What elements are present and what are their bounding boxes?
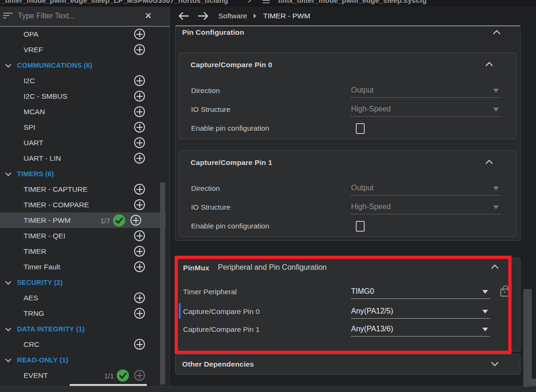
sidebar-section-security-2[interactable]: SECURITY (2)	[0, 274, 169, 290]
add-instance-button[interactable]	[134, 199, 145, 210]
collapse-chevron-up-icon[interactable]	[486, 160, 493, 167]
breadcrumb: Software TIMER - PWM	[170, 7, 536, 25]
field-label: Enable pin configuration	[191, 222, 351, 230]
add-instance-button[interactable]	[134, 44, 145, 55]
field-label: Capture/Compare Pin 1	[183, 325, 351, 334]
cc-pin1-pin-dropdown[interactable]: Any(PA13/6)	[351, 322, 490, 337]
sidebar-item-uart[interactable]: UART	[0, 135, 169, 150]
chevron-down-icon	[5, 356, 11, 362]
caret-down-icon	[493, 108, 499, 111]
collapse-chevron-up-icon[interactable]	[493, 30, 501, 38]
chevron-right-icon	[246, 0, 251, 2]
add-instance-button[interactable]	[134, 75, 145, 86]
filter-input[interactable]	[18, 9, 138, 23]
sidebar-item-aes[interactable]: AES	[0, 290, 169, 306]
sidebar-section-timers-6[interactable]: TIMERS (6)	[0, 166, 169, 181]
caret-down-icon	[493, 187, 499, 190]
sidebar-item-timer-qei[interactable]: TIMER - QEI	[0, 228, 169, 243]
sidebar-section-read-only-1[interactable]: READ-ONLY (1)	[0, 352, 169, 368]
enable-pin-configuration-checkbox[interactable]	[356, 221, 365, 232]
collapse-chevron-up-icon[interactable]	[486, 62, 493, 70]
sidebar-item-timer-compare[interactable]: TIMER - COMPARE	[0, 197, 169, 212]
sidebar-section-data-integrity-1[interactable]: DATA INTEGRITY (1)	[0, 321, 169, 337]
back-arrow-icon[interactable]	[177, 11, 190, 21]
check-icon	[117, 369, 129, 382]
sidebar-item-timer-capture[interactable]: TIMER - CAPTURE	[0, 181, 169, 197]
sidebar-item-opa[interactable]: OPA	[0, 26, 169, 42]
sidebar-item-label: MCAN	[24, 108, 45, 116]
project-name: _timer_mode_pwm_edge_sleep_LP_MSPM0G3507…	[1, 0, 228, 4]
chevron-down-icon	[5, 62, 11, 68]
chevron-down-icon	[5, 170, 11, 176]
caret-down-icon	[493, 205, 499, 209]
chevron-down-icon	[5, 325, 11, 331]
sidebar-item-crc[interactable]: CRC	[0, 337, 169, 352]
sidebar-item-label: DATA INTEGRITY (1)	[17, 325, 85, 333]
sidebar-item-i2c-smbus[interactable]: I2C - SMBUS	[0, 88, 169, 104]
add-instance-button[interactable]	[134, 261, 145, 272]
add-instance-button[interactable]	[134, 184, 145, 195]
pinmux-card: PinMux Peripheral and Pin Configuration …	[175, 258, 520, 352]
sidebar-item-trng[interactable]: TRNG	[0, 306, 169, 321]
sidebar-item-label: READ-ONLY (1)	[17, 356, 68, 364]
enable-pin-configuration-checkbox[interactable]	[356, 123, 365, 134]
sidebar-item-label: UART	[24, 139, 43, 147]
add-instance-button[interactable]	[134, 153, 145, 164]
sidebar-item-label: TIMER - QEI	[24, 232, 65, 240]
sidebar-item-uart-lin[interactable]: UART - LIN	[0, 150, 169, 166]
sidebar-item-vref[interactable]: VREF	[0, 42, 169, 57]
field-label: Direction	[191, 86, 351, 95]
sidebar-item-timer-fault[interactable]: Timer Fault	[0, 259, 169, 274]
sidebar-item-label: I2C - SMBUS	[24, 92, 67, 101]
sidebar-item-mcan[interactable]: MCAN	[0, 104, 169, 119]
instance-count-badge: 1/1	[104, 371, 114, 379]
sidebar-section-communications-6[interactable]: COMMUNICATIONS (6)	[0, 57, 169, 73]
close-icon[interactable]: ✕	[142, 10, 154, 22]
sidebar-item-event[interactable]: EVENT 1/1	[0, 368, 169, 383]
lock-icon[interactable]	[500, 289, 510, 297]
pinmux-title: Peripheral and Pin Configuration	[218, 263, 327, 272]
sidebar-item-label: VREF	[24, 46, 43, 54]
breadcrumb-separator-icon	[254, 14, 256, 18]
add-instance-button[interactable]	[134, 339, 145, 350]
sidebar-item-timer-pwm[interactable]: TIMER - PWM 1/7	[0, 212, 166, 228]
add-instance-button[interactable]	[134, 230, 145, 241]
cc-pin1-card: Capture/Compare Pin 1 Direction Output I…	[179, 150, 517, 237]
forward-arrow-icon[interactable]	[197, 11, 210, 21]
add-instance-button[interactable]	[134, 122, 145, 133]
sidebar-item-label: OPA	[24, 30, 39, 39]
sidebar-item-label: TRNG	[24, 309, 44, 318]
sidebar-item-i2c[interactable]: I2C	[0, 73, 169, 88]
sidebar-item-label: AES	[24, 294, 38, 302]
field-label: IO Structure	[191, 203, 351, 212]
io-structure-dropdown: High-Speed	[351, 200, 501, 214]
collapse-chevron-down-icon[interactable]	[491, 359, 499, 367]
breadcrumb-root[interactable]: Software	[218, 12, 247, 20]
add-instance-button[interactable]	[134, 137, 145, 148]
cc-pin0-pin-dropdown[interactable]: Any(PA12/5)	[351, 305, 490, 319]
sidebar-item-label: TIMER - CAPTURE	[24, 185, 88, 194]
timer-peripheral-dropdown[interactable]: TIMG0	[351, 285, 490, 299]
sidebar-vertical-scrollbar[interactable]	[160, 182, 165, 384]
syscfg-file-name: timx_timer_mode_pwm_edge_sleep.syscfg	[278, 0, 427, 4]
add-instance-button[interactable]	[134, 91, 145, 102]
add-instance-button[interactable]	[130, 215, 141, 226]
breadcrumb-current: TIMER - PWM	[263, 12, 310, 20]
pinmux-title-prefix: PinMux	[183, 264, 209, 272]
chevron-down-icon	[5, 279, 11, 285]
instance-count-badge: 1/7	[100, 216, 110, 224]
add-instance-button[interactable]	[134, 106, 145, 117]
add-instance-button[interactable]	[134, 29, 145, 39]
collapse-chevron-up-icon[interactable]	[491, 265, 499, 272]
caret-down-icon	[482, 310, 488, 314]
sidebar-horizontal-scrollbar[interactable]	[70, 384, 147, 386]
sidebar-item-spi[interactable]: SPI	[0, 119, 169, 135]
caret-down-icon	[482, 328, 488, 331]
sidebar-item-timer[interactable]: TIMER	[0, 243, 169, 259]
add-instance-button[interactable]	[134, 308, 145, 319]
add-instance-button[interactable]	[134, 246, 145, 257]
direction-dropdown: Output	[351, 181, 501, 196]
add-instance-button[interactable]	[134, 292, 145, 303]
main-vertical-scrollbar[interactable]	[523, 289, 532, 388]
sidebar-item-label: UART - LIN	[24, 154, 61, 163]
